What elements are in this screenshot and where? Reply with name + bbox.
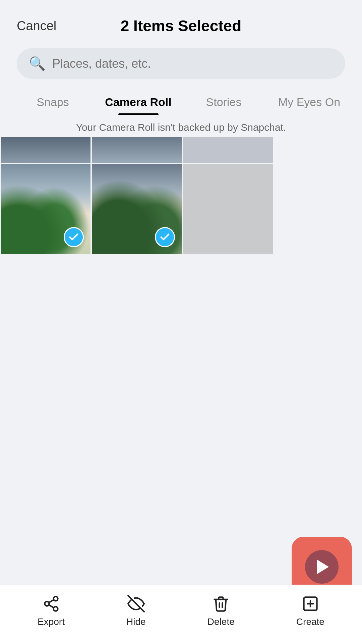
play-triangle-icon bbox=[317, 559, 329, 574]
svg-line-4 bbox=[49, 600, 54, 603]
hide-icon bbox=[127, 595, 145, 612]
bottom-toolbar: Export Hide Delete Create bbox=[0, 585, 362, 644]
image-cell-2[interactable] bbox=[91, 163, 182, 255]
delete-label: Delete bbox=[207, 616, 235, 627]
image-cell-1[interactable] bbox=[0, 163, 91, 255]
image-cell-empty[interactable] bbox=[182, 163, 274, 255]
tab-snaps[interactable]: Snaps bbox=[10, 89, 96, 115]
create-button[interactable]: Create bbox=[296, 595, 324, 627]
camera-roll-notice: Your Camera Roll isn't backed up by Snap… bbox=[0, 115, 362, 137]
hide-label: Hide bbox=[126, 616, 146, 627]
image-cell-partial-2[interactable] bbox=[91, 137, 182, 163]
export-icon bbox=[43, 595, 60, 612]
play-circle bbox=[305, 550, 339, 584]
create-label: Create bbox=[296, 616, 324, 627]
tab-camera-roll[interactable]: Camera Roll bbox=[96, 89, 181, 115]
search-icon: 🔍 bbox=[29, 56, 46, 71]
image-cell-partial-1[interactable] bbox=[0, 137, 91, 163]
cancel-button[interactable]: Cancel bbox=[17, 19, 56, 33]
create-icon bbox=[302, 595, 319, 612]
hide-button[interactable]: Hide bbox=[126, 595, 146, 627]
export-button[interactable]: Export bbox=[38, 595, 65, 627]
tab-stories[interactable]: Stories bbox=[181, 89, 266, 115]
page-title: 2 Items Selected bbox=[121, 17, 242, 35]
image-grid bbox=[0, 137, 362, 255]
check-badge-2 bbox=[155, 227, 175, 247]
tabs-bar: Snaps Camera Roll Stories My Eyes On bbox=[0, 89, 362, 115]
delete-icon bbox=[212, 595, 230, 612]
export-label: Export bbox=[38, 616, 65, 627]
delete-button[interactable]: Delete bbox=[207, 595, 235, 627]
header: Cancel 2 Items Selected bbox=[0, 0, 362, 42]
svg-line-3 bbox=[49, 605, 54, 608]
check-badge-1 bbox=[64, 227, 84, 247]
image-row-main bbox=[0, 163, 362, 255]
image-cell-partial-3[interactable] bbox=[182, 137, 274, 163]
search-container: 🔍 bbox=[0, 42, 362, 89]
tab-my-eyes-on[interactable]: My Eyes On bbox=[266, 89, 352, 115]
search-input[interactable] bbox=[52, 57, 333, 71]
search-bar[interactable]: 🔍 bbox=[17, 48, 345, 79]
